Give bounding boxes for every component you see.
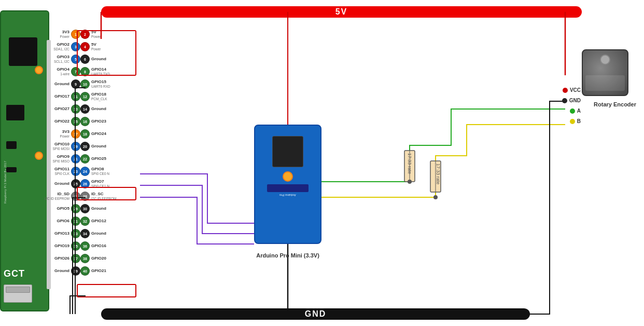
pin-circle-10: 10	[80, 79, 90, 89]
pin-circle-15: 15	[71, 117, 80, 126]
gnd-bus: GND	[101, 308, 530, 320]
pin-row: GPIO10SPI0 MOSI1920Ground	[44, 141, 140, 152]
pin-label-left-29: GPIO5	[44, 207, 71, 211]
pin-row: 3V3Power1718GPIO24	[44, 128, 140, 140]
encoder-body-detail	[585, 75, 625, 91]
rpi-gct-label: GCT	[4, 268, 25, 279]
pin-label-left-33: GPIO13	[44, 232, 71, 236]
pin-circle-38: 38	[80, 254, 90, 263]
circuit-diagram: 5V GND GCT Raspberry Pi 3 Model B+ 2017 …	[0, 0, 644, 326]
pin-row: GPIO41-wire78GPIO14UART6 TXD	[44, 66, 140, 77]
pin-circle-34: 34	[80, 229, 90, 238]
encoder-gnd-wire: GND	[562, 98, 581, 103]
pin-circle-3: 3	[71, 42, 80, 51]
5v-bus-label: 5V	[335, 7, 348, 17]
a-label: A	[577, 108, 581, 114]
pin-label-right-8: GPIO14UART6 TXD	[90, 67, 121, 76]
pin-circle-31: 31	[71, 216, 80, 226]
pin-label-right-2: 5VPower	[90, 30, 121, 38]
pin-row: GPIO193536GPIO16	[44, 240, 140, 252]
pin-row: GPIO9SPI0 MISO2122GPIO25	[44, 153, 140, 165]
pin-circle-8: 8	[80, 67, 90, 76]
vcc-dot	[563, 88, 568, 93]
svg-point-8	[408, 180, 412, 184]
pin-circle-2: 2	[80, 30, 90, 39]
pin-label-left-19: GPIO10SPI0 MOSI	[44, 142, 71, 151]
pin-label-left-7: GPIO41-wire	[44, 67, 71, 76]
pin-label-left-39: Ground	[44, 269, 71, 274]
pin-circle-33: 33	[71, 229, 80, 238]
pin-circle-7: 7	[71, 67, 80, 76]
pin-circle-17: 17	[71, 129, 80, 139]
pin-label-left-27: ID_SDI2C ID EEPROM	[44, 192, 71, 200]
pin-label-right-22: GPIO25	[90, 157, 121, 161]
arduino-label: Arduino Pro Mini (3.3V)	[256, 252, 319, 259]
pin-label-left-15: GPIO22	[44, 119, 71, 124]
pin-circle-16: 16	[80, 117, 90, 126]
pin-label-right-26: GPIO7SPI0 CE1 N	[90, 180, 121, 188]
pin-circle-14: 14	[80, 104, 90, 114]
pin-circle-27: 27	[71, 192, 80, 201]
pin-label-right-30: Ground	[90, 207, 121, 211]
pin-circle-4: 4	[80, 42, 90, 51]
pin-circle-21: 21	[71, 154, 80, 164]
pin-label-right-12: GPIO18PCM_CLK	[90, 92, 121, 101]
pin-label-right-28: ID_SCI2C ID EEPROM	[90, 192, 121, 200]
pin-label-left-11: GPIO17	[44, 94, 71, 99]
pin-row: GPIO133334Ground	[44, 228, 140, 239]
pin-circle-22: 22	[80, 154, 90, 164]
pin-label-right-18: GPIO24	[90, 132, 121, 137]
arduino-main-chip	[272, 136, 303, 167]
pin-row: GPIO2SDA1, I2C345VPower	[44, 41, 140, 52]
rpi-chip-4	[6, 167, 17, 172]
pin-label-right-10: GPIO15UART6 RXD	[90, 80, 121, 88]
gnd-enc-label: GND	[569, 98, 581, 103]
5v-bus: 5V	[101, 6, 582, 18]
pin-circle-39: 39	[71, 266, 80, 276]
pin-label-right-24: GPIO8SPI0 CE0 N	[90, 167, 121, 175]
pin-label-right-20: Ground	[90, 144, 121, 149]
b-dot	[570, 119, 575, 124]
rpi-connector-2	[35, 152, 43, 160]
pin-circle-5: 5	[71, 55, 80, 64]
pin-label-right-40: GPIO21	[90, 269, 121, 274]
pin-circle-40: 40	[80, 266, 90, 276]
pin-row: Ground2526GPIO7SPI0 CE1 N	[44, 178, 140, 189]
pin-label-left-25: Ground	[44, 182, 71, 186]
arduino-text: Arduino Pro	[279, 194, 296, 197]
pin-circle-26: 26	[80, 179, 90, 188]
pin-label-right-14: Ground	[90, 107, 121, 112]
rotary-encoder-body	[582, 49, 628, 96]
rate-label-2: 17:33 rate	[436, 164, 441, 185]
a-dot	[570, 108, 575, 114]
pin-row: GPIO221516GPIO23	[44, 116, 140, 127]
pin-label-right-36: GPIO16	[90, 244, 121, 249]
pin-circle-32: 32	[80, 216, 90, 226]
vcc-label: VCC	[570, 87, 581, 93]
rpi-usb-port	[4, 284, 32, 303]
pin-label-left-17: 3V3Power	[44, 130, 71, 138]
pin-circle-1: 1	[71, 30, 80, 39]
pin-label-left-13: GPIO27	[44, 107, 71, 112]
rpi-main-chip	[9, 37, 37, 66]
pin-label-left-3: GPIO2SDA1, I2C	[44, 43, 71, 51]
pin-label-left-37: GPIO26	[44, 256, 71, 261]
rpi-chip-2	[6, 105, 24, 120]
pin-label-right-6: Ground	[90, 57, 121, 62]
pin-row: ID_SDI2C ID EEPROM2728ID_SCI2C ID EEPROM	[44, 191, 140, 202]
pin-circle-13: 13	[71, 104, 80, 114]
pin-circle-11: 11	[71, 92, 80, 101]
pin-circle-20: 20	[80, 142, 90, 151]
rpi-connector-1	[35, 66, 43, 74]
svg-point-9	[433, 195, 438, 199]
pin-circle-24: 24	[80, 167, 90, 176]
arduino-led	[283, 171, 293, 182]
pin-circle-29: 29	[71, 204, 80, 213]
arduino-board-bottom	[267, 184, 309, 192]
pin-circle-9: 9	[71, 79, 80, 89]
pin-row: GPIO271314Ground	[44, 103, 140, 115]
pin-row: GPIO3SCL1, I2C56Ground	[44, 53, 140, 65]
rpi-logo: Raspberry Pi 3 Model B+ 2017	[4, 161, 7, 203]
pin-circle-36: 36	[80, 241, 90, 251]
pin-row: GPIO171112GPIO18PCM_CLK	[44, 91, 140, 102]
